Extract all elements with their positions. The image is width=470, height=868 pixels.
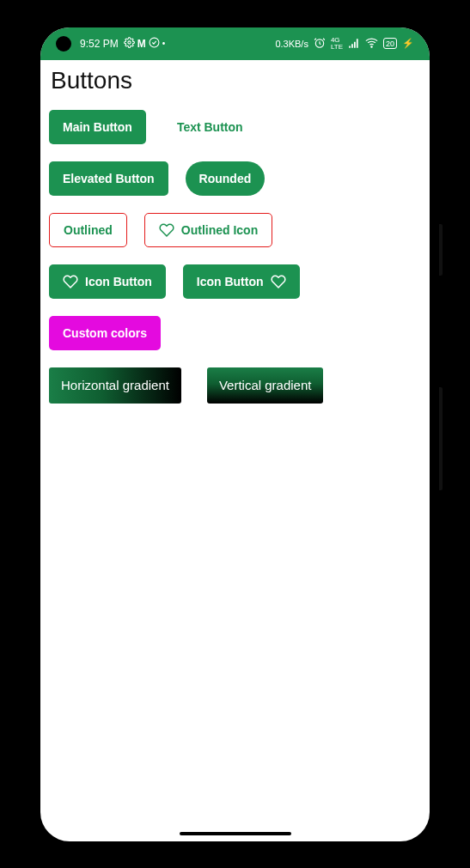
- phone-screen: 9:52 PM M • 0.3KB/s 4GLTE: [40, 27, 430, 841]
- charging-icon: ⚡: [402, 38, 414, 49]
- signal-icon: [348, 37, 360, 51]
- status-right: 0.3KB/s 4GLTE 20 ⚡: [275, 36, 414, 51]
- content-area: Buttons Main Button Text Button Elevated…: [40, 60, 430, 428]
- button-label: Outlined Icon: [181, 223, 258, 237]
- status-notification-icons: M •: [124, 37, 166, 51]
- button-row: Outlined Outlined Icon: [49, 213, 421, 247]
- gear-icon: [124, 37, 135, 51]
- button-label: Icon Button: [85, 275, 152, 288]
- heart-icon: [271, 274, 286, 289]
- nav-pill: [180, 832, 291, 835]
- button-row: Main Button Text Button: [49, 110, 421, 144]
- main-button[interactable]: Main Button: [49, 110, 146, 144]
- icon-button-right[interactable]: Icon Button: [183, 264, 300, 299]
- text-button[interactable]: Text Button: [163, 111, 257, 143]
- page-title: Buttons: [49, 67, 421, 94]
- status-bar: 9:52 PM M • 0.3KB/s 4GLTE: [40, 27, 430, 60]
- custom-colors-button[interactable]: Custom colors: [49, 316, 161, 350]
- battery-value: 20: [386, 39, 394, 48]
- button-row: Horizontal gradient Vertical gradient: [49, 367, 421, 404]
- rounded-button[interactable]: Rounded: [186, 161, 266, 196]
- heart-icon: [63, 274, 78, 289]
- button-row: Elevated Button Rounded: [49, 161, 421, 196]
- outlined-button[interactable]: Outlined: [49, 213, 127, 247]
- button-row: Custom colors: [49, 316, 421, 350]
- outlined-icon-button[interactable]: Outlined Icon: [144, 213, 272, 247]
- battery-icon: 20: [383, 38, 397, 49]
- phone-side-button: [439, 387, 443, 490]
- phone-frame: 9:52 PM M • 0.3KB/s 4GLTE: [31, 18, 439, 851]
- alarm-icon: [314, 37, 326, 51]
- camera-hole: [56, 36, 71, 52]
- svg-point-3: [371, 46, 372, 47]
- wifi-icon: [365, 36, 378, 51]
- phone-side-button: [439, 224, 443, 276]
- sync-icon: [149, 37, 160, 51]
- data-rate: 0.3KB/s: [275, 39, 308, 49]
- icon-button-left[interactable]: Icon Button: [49, 264, 166, 299]
- svg-point-1: [150, 38, 159, 47]
- elevated-button[interactable]: Elevated Button: [49, 161, 168, 196]
- svg-point-0: [128, 40, 131, 43]
- lte-icon: 4GLTE: [331, 37, 343, 51]
- dot-icon: •: [162, 39, 166, 48]
- button-label: Icon Button: [197, 275, 264, 288]
- button-row: Icon Button Icon Button: [49, 264, 421, 299]
- heart-icon: [159, 222, 174, 238]
- app-m-icon: M: [137, 38, 146, 50]
- status-time: 9:52 PM: [80, 38, 119, 50]
- vertical-gradient-button[interactable]: Vertical gradient: [207, 367, 324, 404]
- horizontal-gradient-button[interactable]: Horizontal gradient: [49, 367, 181, 404]
- status-left: 9:52 PM M •: [80, 37, 165, 51]
